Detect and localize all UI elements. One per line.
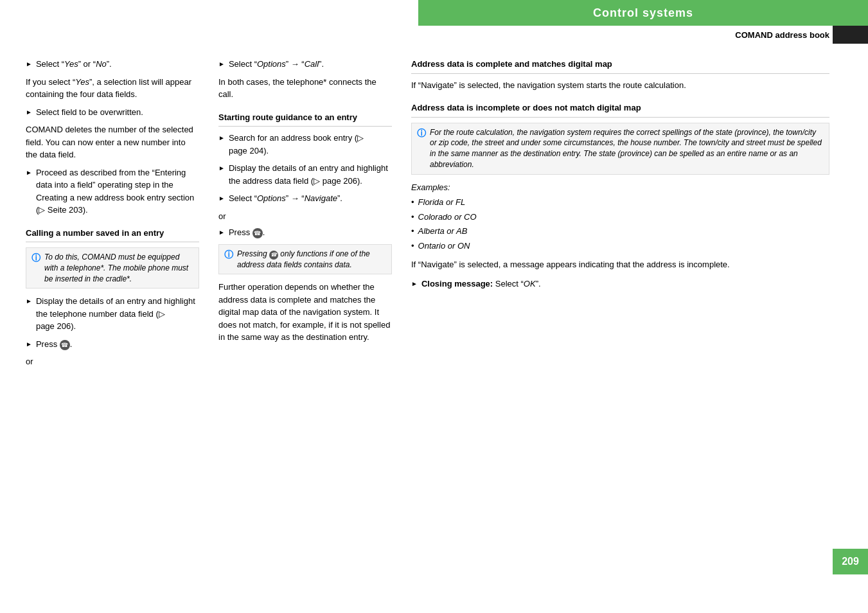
header-bar: Control systems COMAND address book	[418, 0, 868, 35]
list-item: ► Display the details of an entry and hi…	[218, 162, 392, 187]
info-text-2: For the route calculation, the navigatio…	[430, 127, 824, 170]
right-column: Address data is complete and matches dig…	[411, 58, 829, 587]
bullet-arrow-icon: ►	[411, 279, 418, 290]
list-item: ► Display the details of an entry and hi…	[26, 295, 199, 333]
list-item: ► Select “Options” → “Navigate”.	[218, 192, 392, 205]
section-heading-incomplete: Address data is incomplete or does not m…	[411, 102, 829, 118]
item-text: Select “Yes” or “No”.	[36, 58, 199, 71]
bullet-arrow-icon: ►	[26, 296, 32, 333]
list-item: ► Select “Options” → “Call”.	[218, 58, 392, 71]
mid-column: ► Select “Options” → “Call”. In both cas…	[218, 58, 392, 587]
list-item: • Florida or FL	[411, 196, 829, 209]
bullet-arrow-icon: ►	[26, 168, 32, 217]
example-item: Colorado or CO	[418, 211, 477, 224]
item-text: Display the details of an entry and high…	[229, 162, 392, 187]
bullet-arrow-icon: ►	[26, 107, 32, 119]
bullet-arrow-icon: ►	[218, 133, 225, 157]
section1-text: If “Navigate” is selected, the navigatio…	[411, 79, 829, 92]
item-text: Select “Options” → “Navigate”.	[229, 192, 392, 205]
phone-icon: ☎	[60, 340, 70, 350]
list-item: ► Select “Yes” or “No”.	[26, 58, 199, 71]
subheader-bar: COMAND address book	[418, 26, 868, 44]
section2-closing: If “Navigate” is selected, a message app…	[411, 258, 829, 271]
example-item: Florida or FL	[418, 196, 466, 209]
or-text: or	[26, 355, 199, 368]
list-item: • Alberta or AB	[411, 225, 829, 238]
info-icon: ⓘ	[224, 249, 233, 271]
item-text: Select “Options” → “Call”.	[229, 58, 392, 71]
section-heading-calling: Calling a number saved in an entry	[26, 227, 199, 243]
examples-label: Examples:	[411, 181, 829, 194]
list-item: ► Select field to be overwritten.	[26, 106, 199, 119]
info-box-2: ⓘ For the route calculation, the navigat…	[411, 123, 829, 175]
info-box: ⓘ To do this, COMAND must be equipped wi…	[26, 247, 199, 289]
black-right-block	[833, 26, 868, 44]
indent-text: If you select “Yes”, a selection list wi…	[26, 76, 199, 101]
item-text: Search for an address book entry (▷ page…	[229, 132, 392, 157]
list-item: ► Press ☎.	[26, 338, 199, 351]
info-icon: ⓘ	[31, 252, 40, 284]
list-item: ► Proceed as described from the “Enterin…	[26, 166, 199, 217]
item-text: Select field to be overwritten.	[36, 106, 199, 119]
example-item: Alberta or AB	[418, 225, 468, 238]
list-item: • Colorado or CO	[411, 211, 829, 224]
section-heading-complete: Address data is complete and matches dig…	[411, 58, 829, 74]
indent-text: COMAND deletes the number of the selecte…	[26, 123, 199, 161]
or-text: or	[218, 210, 392, 223]
left-column: ► Select “Yes” or “No”. If you select “Y…	[26, 58, 199, 587]
bullet-arrow-icon: ►	[26, 339, 32, 351]
closing-bullet: Closing message: Select “OK”.	[421, 278, 829, 290]
bullet-dot: •	[411, 240, 414, 253]
bullet-dot: •	[411, 225, 414, 238]
info-text: To do this, COMAND must be equipped with…	[44, 252, 193, 284]
info-box: ⓘ Pressing ☎ only functions if one of th…	[218, 244, 392, 275]
section-title: Control systems	[593, 6, 693, 20]
item-text: Press ☎.	[229, 226, 392, 239]
info-text: Pressing ☎ only functions if one of the …	[237, 249, 386, 271]
bullet-arrow-icon: ►	[218, 193, 225, 205]
bullet-arrow-icon: ►	[26, 59, 32, 71]
page-subtitle: COMAND address book	[735, 30, 829, 40]
bullet-dot: •	[411, 211, 414, 224]
list-item: ► Search for an address book entry (▷ pa…	[218, 132, 392, 157]
item-text: Display the details of an entry and high…	[36, 295, 199, 333]
bullet-arrow-icon: ►	[218, 163, 225, 187]
page-number-box: 209	[833, 549, 868, 574]
bullet-dot: •	[411, 196, 414, 209]
plain-text: Further operation depends on whether the…	[218, 281, 392, 344]
list-item: • Ontario or ON	[411, 240, 829, 253]
list-item: ► Press ☎.	[218, 226, 392, 239]
item-text: Proceed as described from the “Entering …	[36, 166, 199, 217]
bullet-arrow-icon: ►	[218, 227, 225, 239]
phone-icon: ☎	[252, 228, 263, 238]
bullet-arrow-icon: ►	[218, 59, 225, 71]
info-icon: ⓘ	[417, 127, 426, 170]
green-tab: Control systems	[418, 0, 868, 26]
main-content: ► Select “Yes” or “No”. If you select “Y…	[26, 58, 829, 587]
example-item: Ontario or ON	[418, 240, 470, 253]
page-number: 209	[842, 556, 859, 567]
section-heading-route: Starting route guidance to an entry	[218, 111, 392, 127]
item-text: Press ☎.	[36, 338, 199, 351]
list-item: ► Closing message: Select “OK”.	[411, 278, 829, 290]
indent-text: In both cases, the telephone* connects t…	[218, 76, 392, 101]
